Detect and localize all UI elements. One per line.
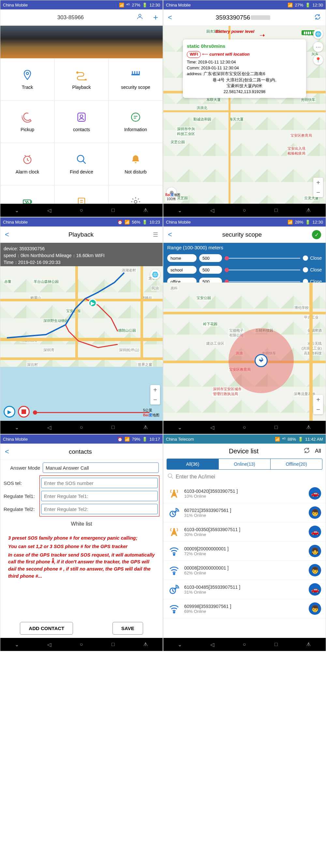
search-input[interactable] <box>176 474 322 480</box>
nav-back-icon[interactable]: ◁ <box>210 207 214 214</box>
nav-back-icon[interactable]: ◁ <box>210 425 214 431</box>
back-icon[interactable]: < <box>168 13 172 22</box>
zoom-out[interactable]: − <box>150 395 160 405</box>
answer-mode-select[interactable]: Manual Answer Call <box>43 463 159 473</box>
nav-menu-icon[interactable]: ⌄ <box>15 207 19 214</box>
nav-back-icon[interactable]: ◁ <box>210 642 214 648</box>
tab-offline[interactable]: Offline(20) <box>271 459 322 469</box>
device-avatar[interactable]: 🚗 <box>309 487 321 500</box>
globe-icon[interactable]: 🌐 <box>313 29 323 39</box>
nav-home-icon[interactable]: ○ <box>243 642 246 647</box>
device-avatar[interactable]: 👧 <box>309 545 321 557</box>
device-avatar[interactable]: 🚗 <box>309 526 321 538</box>
nav-home-icon[interactable]: ○ <box>80 207 83 213</box>
nav-home-icon[interactable]: ○ <box>243 207 246 213</box>
nav-recent-icon[interactable]: □ <box>274 207 278 213</box>
all-button[interactable]: All <box>315 448 321 454</box>
save-button[interactable]: SAVE <box>112 622 143 634</box>
feature-track[interactable]: Track <box>0 58 54 100</box>
zoom-out[interactable]: − <box>313 405 323 414</box>
range-close-button[interactable]: Close <box>303 255 322 261</box>
device-row[interactable]: 607021[35933907561 ]31% Online 👦 <box>163 503 326 522</box>
nav-recent-icon[interactable]: □ <box>111 207 115 213</box>
wifi-icon: 📶 <box>275 437 280 442</box>
nav-home-icon[interactable]: ○ <box>80 642 83 647</box>
feature-security-scope[interactable]: security scope <box>109 58 163 100</box>
range-slider[interactable] <box>225 270 300 271</box>
geofence-pin-icon[interactable] <box>254 354 268 367</box>
playback-slider[interactable] <box>33 412 150 413</box>
nav-menu-icon[interactable]: ⌄ <box>15 425 19 431</box>
tab-all[interactable]: All(36) <box>167 459 219 469</box>
range-name-input[interactable] <box>167 266 196 274</box>
stop-button[interactable] <box>18 406 30 417</box>
range-name-input[interactable] <box>167 254 196 262</box>
nav-recent-icon[interactable]: □ <box>111 425 115 430</box>
device-row[interactable]: 609998[35933907561 ]69% Online 👦 <box>163 599 326 618</box>
feature-information[interactable]: Information <box>109 100 163 143</box>
feature-playback[interactable]: Playback <box>54 58 109 100</box>
profile-icon[interactable] <box>136 13 143 22</box>
range-value-input[interactable] <box>199 266 222 274</box>
range-slider[interactable] <box>225 258 300 259</box>
zoom-out[interactable]: − <box>313 187 323 197</box>
nav-back-icon[interactable]: ◁ <box>47 642 51 648</box>
nav-home-icon[interactable]: ○ <box>80 425 83 430</box>
range-value-input[interactable] <box>199 254 222 262</box>
feature-pickup[interactable]: Pickup <box>0 100 54 143</box>
nav-menu-icon[interactable]: ⌄ <box>15 642 19 648</box>
back-icon[interactable]: < <box>5 447 9 456</box>
feature-not-disturb[interactable]: Not disturb <box>109 143 163 185</box>
device-avatar[interactable]: 👦 <box>309 602 321 615</box>
device-row[interactable]: 00008[20000000001 ]62% Online 👦 <box>163 561 326 580</box>
nav-down-icon[interactable]: ⩚ <box>306 642 311 647</box>
nav-menu-icon[interactable]: ⌄ <box>178 207 182 214</box>
confirm-icon[interactable]: ✓ <box>312 230 321 239</box>
menu-icon[interactable]: ☰ <box>153 231 158 238</box>
nav-recent-icon[interactable]: □ <box>274 425 278 430</box>
range-slider[interactable] <box>225 281 300 282</box>
more-icon[interactable]: ⋯ <box>313 42 323 52</box>
map-canvas[interactable]: 清湖老村 赤董 羊台山森林公园 龙华 民治 赖屋山 赛格坑 宝安公园 深圳野生动… <box>0 266 163 421</box>
device-row[interactable]: 6103-00485[35933907511 ]31% Online 🚗 <box>163 580 326 599</box>
regulate2-input[interactable] <box>41 504 158 514</box>
zoom-in[interactable]: + <box>313 395 323 405</box>
device-row[interactable]: 6103-00350[35933907511 ]30% Online 🚗 <box>163 522 326 541</box>
nav-down-icon[interactable]: ⩚ <box>143 642 148 647</box>
nav-back-icon[interactable]: ◁ <box>47 207 51 214</box>
play-button[interactable]: ▶ <box>4 406 15 417</box>
device-avatar[interactable]: 🚗 <box>309 583 321 596</box>
regulate1-input[interactable] <box>41 491 158 501</box>
refresh-icon[interactable] <box>303 447 310 455</box>
nav-down-icon[interactable]: ⩚ <box>143 425 148 430</box>
nav-recent-icon[interactable]: □ <box>111 642 115 647</box>
nav-menu-icon[interactable]: ⌄ <box>178 642 182 648</box>
nav-home-icon[interactable]: ○ <box>243 425 246 430</box>
add-icon[interactable]: + <box>153 12 158 23</box>
nav-menu-icon[interactable]: ⌄ <box>178 425 182 431</box>
device-row[interactable]: 00009[20000000001 ]72% Online 👧 <box>163 541 326 561</box>
feature-alarm-clock[interactable]: Alarm clock <box>0 143 54 185</box>
range-close-button[interactable]: Close <box>303 267 322 272</box>
device-row[interactable]: 6103-00420[3593390751 ]10% Online 🚗 <box>163 484 326 503</box>
locate-icon[interactable]: 📍 <box>313 55 323 65</box>
nav-down-icon[interactable]: ⩚ <box>306 207 311 213</box>
add-contact-button[interactable]: ADD CONTACT <box>20 622 73 634</box>
back-icon[interactable]: < <box>5 230 9 239</box>
device-avatar[interactable]: 👦 <box>309 564 321 577</box>
tab-online[interactable]: Online(13) <box>219 459 271 469</box>
feature-find-device[interactable]: Find device <box>54 143 109 185</box>
nav-recent-icon[interactable]: □ <box>274 642 278 647</box>
feature-contacts[interactable]: contacts <box>54 100 109 143</box>
zoom-in[interactable]: + <box>150 385 160 395</box>
back-icon[interactable]: < <box>168 230 172 239</box>
whitelist-link[interactable]: White list <box>0 517 163 531</box>
nav-down-icon[interactable]: ⩚ <box>143 207 148 213</box>
zoom-in[interactable]: + <box>313 178 323 187</box>
nav-down-icon[interactable]: ⩚ <box>306 425 311 430</box>
refresh-icon[interactable] <box>314 13 321 22</box>
sos-input[interactable] <box>41 478 158 488</box>
globe-icon[interactable]: 🌐 <box>150 270 160 279</box>
device-avatar[interactable]: 👦 <box>309 506 321 519</box>
nav-back-icon[interactable]: ◁ <box>47 425 51 431</box>
